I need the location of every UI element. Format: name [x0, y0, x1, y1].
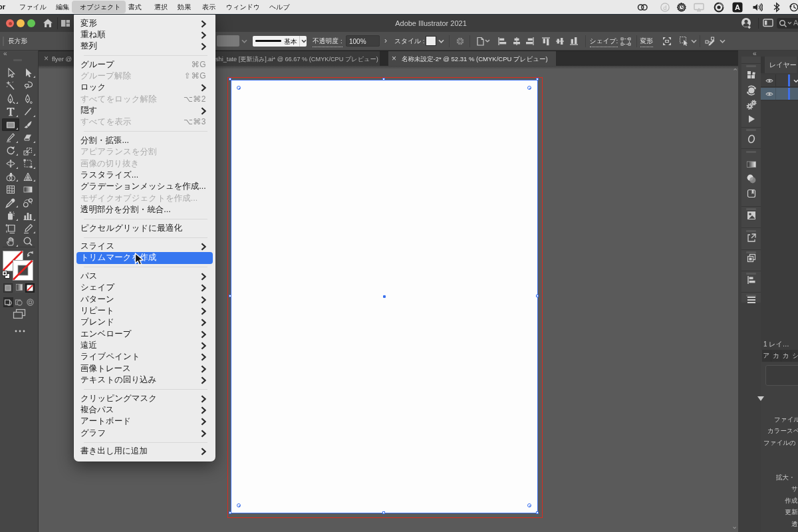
selection-handle[interactable]: [536, 511, 539, 514]
menu-item[interactable]: 重ね順: [76, 29, 213, 41]
tool-width[interactable]: [2, 158, 19, 170]
tab1-close-icon[interactable]: ×: [44, 54, 49, 63]
menu-item[interactable]: アートボード: [76, 416, 213, 427]
tool-scale[interactable]: [19, 144, 37, 157]
width-profile-chevron-icon[interactable]: [241, 39, 247, 43]
menu-object[interactable]: オブジェクト: [80, 0, 120, 14]
tool-artboard[interactable]: [2, 222, 19, 235]
tool-gradient[interactable]: [19, 184, 37, 196]
menu-item[interactable]: パターン: [76, 294, 213, 305]
tool-pen[interactable]: [2, 92, 19, 105]
menu-effect[interactable]: 効果: [178, 0, 191, 14]
select-similar-icon[interactable]: [679, 36, 689, 47]
default-fill-stroke-icon[interactable]: [2, 271, 10, 279]
menu-item[interactable]: パス: [76, 271, 213, 282]
volume-icon[interactable]: [752, 2, 763, 13]
style-swatch[interactable]: [426, 36, 436, 46]
menu-item[interactable]: ラスタライズ...: [76, 170, 213, 181]
blocks-panel-icon[interactable]: [746, 70, 757, 80]
corner-widget[interactable]: [237, 503, 241, 507]
tool-paintbrush[interactable]: [19, 118, 37, 131]
home-icon[interactable]: [43, 18, 53, 29]
menu-edit[interactable]: 編集: [56, 0, 69, 14]
transform-label[interactable]: 変形: [640, 37, 654, 47]
menu-item[interactable]: ピクセルグリッドに最適化: [76, 223, 213, 234]
isolate-pen-icon[interactable]: [705, 37, 715, 47]
none-button[interactable]: [25, 283, 35, 293]
align-v-top-icon[interactable]: [541, 37, 551, 46]
isolate-chevron-icon[interactable]: [720, 39, 726, 43]
stroke-swatch[interactable]: [13, 260, 33, 281]
opacity-more-button[interactable]: ›: [383, 35, 390, 47]
tool-mesh[interactable]: [2, 184, 19, 196]
style-label[interactable]: スタイル :: [394, 37, 425, 46]
panel-drag-handle[interactable]: [3, 37, 4, 46]
selection-handle[interactable]: [382, 511, 385, 514]
tool-blend[interactable]: [19, 196, 37, 209]
menu-type[interactable]: 書式: [128, 0, 142, 14]
links-panel-icon[interactable]: [746, 210, 757, 221]
gears-panel-icon[interactable]: [746, 100, 757, 110]
tool-rotate[interactable]: [2, 144, 19, 157]
tool-selection[interactable]: [2, 66, 19, 79]
bottom-panel-tab[interactable]: ア: [762, 350, 772, 362]
menu-item[interactable]: 複合パス: [76, 404, 213, 416]
menu-item[interactable]: 画像トレース: [76, 363, 213, 374]
fit-selection-icon[interactable]: [662, 37, 672, 46]
tool-graph[interactable]: [19, 209, 37, 222]
zoom-button[interactable]: [27, 19, 35, 27]
bluetooth-icon[interactable]: [771, 2, 782, 13]
menu-item[interactable]: シェイプ: [76, 282, 213, 293]
menu-item[interactable]: スライス: [76, 241, 213, 252]
align-v-bottom-icon[interactable]: [569, 37, 579, 46]
gradient-panel-panel-icon[interactable]: [746, 159, 757, 170]
corner-widget[interactable]: [527, 503, 531, 507]
opacity-field[interactable]: 100%: [346, 35, 380, 47]
collapse-panels-icon[interactable]: «: [753, 50, 756, 57]
tool-direct-selection[interactable]: [19, 66, 37, 79]
opentype-panel-icon[interactable]: [746, 134, 757, 144]
menu-help[interactable]: ヘルプ: [269, 0, 290, 14]
tool-type[interactable]: [2, 106, 19, 118]
draw-behind-button[interactable]: [15, 297, 25, 307]
corner-widget[interactable]: [527, 86, 531, 90]
menu-view[interactable]: 表示: [202, 0, 215, 14]
layers-tab[interactable]: レイヤー: [765, 57, 797, 73]
menu-item[interactable]: 書き出し用に追加: [76, 446, 213, 457]
menu-item[interactable]: 隠す: [76, 105, 213, 116]
swap-fill-stroke-icon[interactable]: [27, 251, 35, 257]
tab-active-close-icon[interactable]: ×: [392, 54, 396, 63]
menu-select[interactable]: 選択: [154, 0, 168, 14]
share-profile-icon[interactable]: [741, 17, 752, 29]
menu-item[interactable]: 整列: [76, 41, 213, 52]
drag-handle[interactable]: [746, 65, 756, 67]
tool-rectangle[interactable]: [2, 118, 19, 131]
menu-item[interactable]: テキストの回り込み: [76, 374, 213, 386]
color-button[interactable]: [3, 283, 13, 293]
align-panel-panel-icon[interactable]: [746, 275, 757, 285]
bottom-panel-tab[interactable]: シ: [791, 350, 798, 362]
layer-row-selected[interactable]: [761, 88, 798, 101]
shape-label[interactable]: シェイプ:: [590, 37, 618, 47]
style-chevron-icon[interactable]: [438, 39, 444, 43]
width-profile-swatch[interactable]: [217, 35, 240, 47]
tool-lasso[interactable]: [19, 80, 37, 92]
tool-hand[interactable]: [2, 235, 19, 248]
layer-expand-chevron-icon[interactable]: [793, 79, 798, 83]
transparency-panel-icon[interactable]: [746, 174, 757, 184]
align-v-center-icon[interactable]: [555, 37, 565, 46]
selection-handle[interactable]: [382, 78, 385, 80]
brush-definition-box[interactable]: 基本: [253, 36, 307, 47]
layer-row-1[interactable]: [761, 74, 798, 88]
tool-symbol-sprayer[interactable]: [2, 209, 19, 222]
menu-item[interactable]: 遠近: [76, 340, 213, 351]
menu-file[interactable]: ファイル: [19, 0, 47, 14]
menu-item[interactable]: トリムマークを作成: [76, 252, 213, 263]
sync-sphere-panel-icon[interactable]: [746, 85, 757, 96]
adobe-d-icon[interactable]: d: [660, 2, 670, 13]
tool-eraser[interactable]: [19, 132, 37, 144]
menu-window[interactable]: ウィンドウ: [226, 0, 260, 14]
close-button[interactable]: [6, 19, 14, 27]
tool-magic-wand[interactable]: [2, 80, 19, 92]
selection-handle[interactable]: [536, 78, 539, 80]
